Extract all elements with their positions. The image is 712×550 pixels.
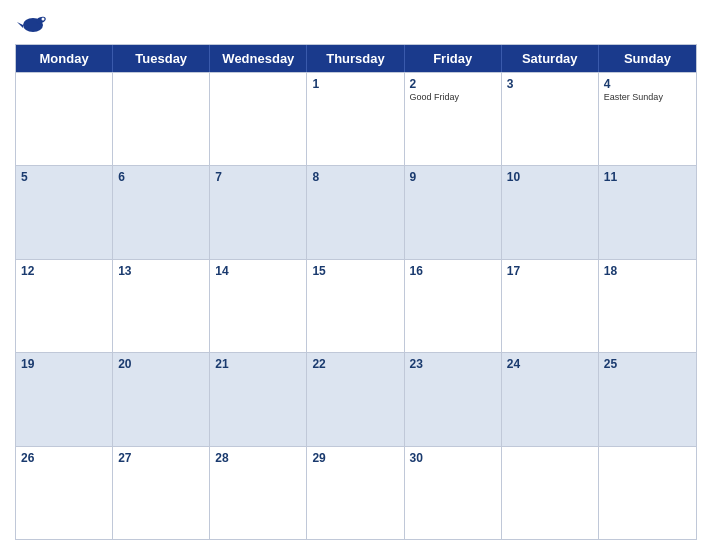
day-number: 4 — [604, 77, 691, 91]
day-number: 26 — [21, 451, 107, 465]
calendar-cell: 19 — [16, 353, 113, 445]
logo-icon — [15, 10, 51, 40]
day-number: 11 — [604, 170, 691, 184]
day-number: 9 — [410, 170, 496, 184]
calendar-cell: 21 — [210, 353, 307, 445]
top-bar — [15, 10, 697, 40]
day-number: 2 — [410, 77, 496, 91]
calendar-body: 12Good Friday34Easter Sunday567891011121… — [16, 72, 696, 539]
calendar: MondayTuesdayWednesdayThursdayFridaySatu… — [15, 44, 697, 540]
calendar-cell: 28 — [210, 447, 307, 539]
day-number: 15 — [312, 264, 398, 278]
calendar-row: 12131415161718 — [16, 259, 696, 352]
day-number: 16 — [410, 264, 496, 278]
calendar-cell: 1 — [307, 73, 404, 165]
weekday-header: Monday — [16, 45, 113, 72]
weekday-header: Tuesday — [113, 45, 210, 72]
day-number: 24 — [507, 357, 593, 371]
calendar-cell — [599, 447, 696, 539]
calendar-cell: 26 — [16, 447, 113, 539]
calendar-cell — [113, 73, 210, 165]
day-number: 18 — [604, 264, 691, 278]
day-event: Good Friday — [410, 92, 496, 103]
day-number: 25 — [604, 357, 691, 371]
calendar-cell — [16, 73, 113, 165]
calendar-cell: 5 — [16, 166, 113, 258]
calendar-page: MondayTuesdayWednesdayThursdayFridaySatu… — [0, 0, 712, 550]
day-event: Easter Sunday — [604, 92, 691, 103]
day-number: 20 — [118, 357, 204, 371]
day-number: 30 — [410, 451, 496, 465]
calendar-cell: 3 — [502, 73, 599, 165]
calendar-cell: 30 — [405, 447, 502, 539]
calendar-cell: 22 — [307, 353, 404, 445]
day-number: 10 — [507, 170, 593, 184]
day-number: 1 — [312, 77, 398, 91]
calendar-cell: 7 — [210, 166, 307, 258]
calendar-cell: 8 — [307, 166, 404, 258]
weekday-header: Sunday — [599, 45, 696, 72]
calendar-row: 567891011 — [16, 165, 696, 258]
day-number: 19 — [21, 357, 107, 371]
calendar-row: 2627282930 — [16, 446, 696, 539]
calendar-cell: 4Easter Sunday — [599, 73, 696, 165]
day-number: 7 — [215, 170, 301, 184]
calendar-cell: 20 — [113, 353, 210, 445]
calendar-cell — [210, 73, 307, 165]
calendar-cell: 9 — [405, 166, 502, 258]
day-number: 23 — [410, 357, 496, 371]
day-number: 13 — [118, 264, 204, 278]
day-number: 29 — [312, 451, 398, 465]
weekday-header: Saturday — [502, 45, 599, 72]
day-number: 21 — [215, 357, 301, 371]
day-number: 17 — [507, 264, 593, 278]
svg-point-3 — [42, 18, 45, 21]
day-number: 8 — [312, 170, 398, 184]
day-number: 6 — [118, 170, 204, 184]
day-number: 28 — [215, 451, 301, 465]
calendar-row: 12Good Friday34Easter Sunday — [16, 72, 696, 165]
calendar-cell: 18 — [599, 260, 696, 352]
calendar-cell: 29 — [307, 447, 404, 539]
day-number: 12 — [21, 264, 107, 278]
calendar-row: 19202122232425 — [16, 352, 696, 445]
day-number: 27 — [118, 451, 204, 465]
calendar-cell: 13 — [113, 260, 210, 352]
calendar-cell: 25 — [599, 353, 696, 445]
calendar-cell: 6 — [113, 166, 210, 258]
day-number: 3 — [507, 77, 593, 91]
day-number: 14 — [215, 264, 301, 278]
calendar-cell: 14 — [210, 260, 307, 352]
day-number: 22 — [312, 357, 398, 371]
calendar-cell: 27 — [113, 447, 210, 539]
svg-marker-2 — [17, 22, 23, 28]
calendar-cell: 10 — [502, 166, 599, 258]
calendar-header: MondayTuesdayWednesdayThursdayFridaySatu… — [16, 45, 696, 72]
weekday-header: Friday — [405, 45, 502, 72]
weekday-header: Wednesday — [210, 45, 307, 72]
calendar-cell: 12 — [16, 260, 113, 352]
calendar-cell: 17 — [502, 260, 599, 352]
calendar-cell: 11 — [599, 166, 696, 258]
day-number: 5 — [21, 170, 107, 184]
calendar-cell: 16 — [405, 260, 502, 352]
calendar-cell: 15 — [307, 260, 404, 352]
calendar-cell: 2Good Friday — [405, 73, 502, 165]
logo — [15, 10, 55, 40]
calendar-cell — [502, 447, 599, 539]
weekday-header: Thursday — [307, 45, 404, 72]
calendar-cell: 23 — [405, 353, 502, 445]
calendar-cell: 24 — [502, 353, 599, 445]
